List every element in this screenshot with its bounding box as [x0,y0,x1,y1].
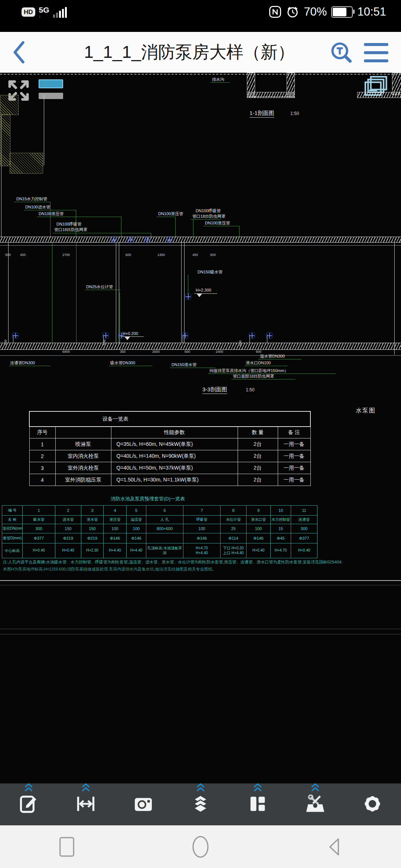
casing-table-cell: 连通管 [291,516,317,524]
cad-label: 500 [5,253,11,257]
equipment-table-cell: 4 [29,474,55,486]
pipe-cross-symbol [186,294,190,299]
cad-label: 1-1剖面图 [250,110,274,118]
casing-table-cell: 9 [247,506,271,516]
measure-tool-button[interactable] [65,783,106,825]
casing-table-row: 名 称吸水管进水管泄水管泄压管溢流管人 孔呼吸管水位计管泄水口管水力控制管连通管 [2,516,317,524]
cad-label: 3-3剖面图 [202,386,227,394]
casing-table-cell: 300 [291,524,317,533]
expand-chevron-icon [195,783,206,792]
phone-screen: HD 5G ↓ 70% 10:51 [0,0,401,868]
cad-viewport[interactable]: 排水沟1-1剖面图1:50DN15水力控制管DN100进水管DN100泄压管DN… [0,73,401,783]
equipment-table-row: 4室外消防稳压泵Q=1.50L/s, H=30m, N=1.1kW(单泵)2台一… [29,474,310,486]
casing-table-cell: 进水管 [55,516,81,524]
equipment-table-cell: Q=1.50L/s, H=30m, N=1.1kW(单泵) [111,474,238,486]
equipment-table-cell: 一用一备 [278,474,310,486]
equipment-table-row: 1喷淋泵Q=35L/s, H=60m, N=45kW(单泵)2台一用一备 [29,438,310,450]
casing-table-cell: 1 [23,506,55,516]
casing-table-cell: Φ219 [81,533,104,543]
bottom-toolbar [0,783,401,825]
layout-tool-icon [247,793,268,816]
layout-tool-button[interactable] [237,783,278,825]
network-arrow-icon: ↓ [39,14,49,18]
layers-tool-button[interactable] [180,783,221,825]
casing-row-label: 名 称 [2,516,23,524]
text-search-button[interactable] [330,41,353,64]
edit-tool-button[interactable] [8,783,49,825]
cad-label: DN100进水管 [25,205,50,210]
pipe-cross-symbol [167,237,172,242]
casing-table-cell: 800×600 [146,524,183,533]
casing-table-cell: Φ146 [247,533,271,543]
cad-label: 1350 [157,253,165,257]
casing-table-row: 编 号1234567891011 [2,506,317,516]
back-nav-button[interactable] [267,825,401,868]
casing-table-cell: Φ114 [221,533,247,543]
hd-badge: HD [22,7,35,17]
casing-table-cell: Φ377 [23,533,55,543]
clock-label: 10:51 [357,5,386,19]
settings-tool-button[interactable] [352,783,393,825]
casing-table-cell: 下口 H+0.20 上口 H+4.40 [221,543,247,558]
cad-label: 管口底部18目防虫网罩 [233,374,274,379]
equipment-table-cell: 喷淋泵 [55,438,111,450]
equipment-table-cell: Q=35L/s, H=60m, N=45kW(单泵) [111,438,238,450]
cad-label: 600 [185,350,190,354]
cad-label: 6900 [62,350,70,354]
casing-row-label: 中心标高 [2,543,23,558]
cad-label: 吸水管DN300 [110,361,135,365]
network-type-label: 5G [39,6,49,14]
camera-tool-button[interactable] [123,783,164,825]
cad-label: 600 [256,350,261,354]
pipe-cross-symbol [250,333,254,338]
casing-table-cell: H+4.40 [127,543,146,558]
equipment-table-cell: Q=40L/s, H=50m, N=37kW(单泵) [111,462,238,474]
page-title: 1_1_1_消防泵房大样（新） [45,32,334,73]
casing-table-cell: H+4.70 [271,543,291,558]
status-bar: HD 5G ↓ 70% 10:51 [0,0,401,32]
recents-button[interactable] [0,825,134,868]
signal-bars-icon [53,7,67,18]
cad-label: 间接排至泵房排水沟（管口距地坪150mm） [209,368,288,373]
home-button[interactable] [134,825,267,868]
cad-label: 排水沟 [212,77,224,82]
casing-table-cell: 水位计管 [221,516,247,524]
expand-chevron-icon [80,783,91,792]
cad-label: DN100呼吸管 [56,222,81,227]
pipe-cross-symbol [145,237,150,242]
cad-label: 2700 [62,253,70,257]
cad-label: 500 [210,253,216,257]
cad-label: 500 [102,340,106,345]
casing-table-cell: H+2.30 [81,543,104,558]
cad-label: H+0.200 [123,331,138,336]
casing-table-cell: 7 [183,506,221,516]
cad-label: 500 [238,341,242,346]
expand-chevron-icon [23,783,34,792]
equipment-table-row: 2室内消火栓泵Q=40L/s, H=140m, N=90kW(单泵)2台一用一备 [29,450,310,462]
casing-table-cell: 100 [183,524,221,533]
layer-bars-icon[interactable] [39,79,63,99]
casing-table-cell: H+0.40 [55,543,81,558]
casing-table-cell [146,533,183,543]
casing-table: 编 号1234567891011名 称吸水管进水管泄水管泄压管溢流管人 孔呼吸管… [2,505,317,558]
pipe-cross-symbol [128,237,133,242]
pipe-cross-symbol [103,333,108,338]
casing-table-cell: 6 [146,506,183,516]
casing-table-title: 消防水池及泵房预埋套管(D)一览表 [111,496,185,502]
casing-table-cell: 25 [221,524,247,533]
casing-table-cell: 孔顶标高:水池顶板开洞 [146,543,183,558]
equipment-table: 设备一览表序号性能参数数 量备 注1喷淋泵Q=35L/s, H=60m, N=4… [29,411,311,486]
battery-percent-label: 70% [304,5,327,19]
cad-label: 管口18目防虫网罩 [192,214,225,219]
cad-label: 450 [20,253,26,257]
cad-label: DN100呼吸管 [196,208,221,213]
equipment-table-cell: 2台 [238,438,278,450]
menu-button[interactable] [364,43,388,62]
cad-label: DN100泄压管 [39,211,63,216]
drawing-note-2: 本图H为泵房地坪标高,H=1159.600;消防泵基础做减振处理,泵房内设排水沟… [3,566,216,572]
alarm-icon [286,5,299,19]
back-button[interactable] [9,40,28,65]
toolbox-tool-button[interactable] [295,783,336,825]
cad-label: 600 [125,253,131,257]
measure-tool-icon [75,793,97,816]
